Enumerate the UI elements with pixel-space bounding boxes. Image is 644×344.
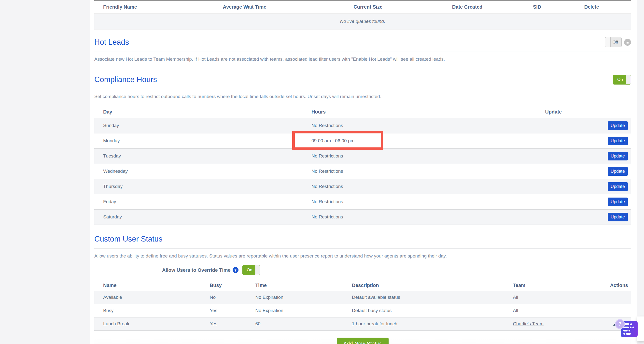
update-button[interactable]: Update [608, 167, 628, 176]
update-button[interactable]: Update [608, 152, 628, 160]
custom-user-status-title: Custom User Status [94, 235, 162, 243]
table-row-sunday: Sunday No Restrictions Update [94, 118, 631, 133]
col-team: Team [513, 280, 577, 291]
status-description: Default available status [352, 291, 513, 304]
live-queues-empty-row: No live queues found. [94, 14, 631, 29]
live-queues-header-row: Friendly Name Average Wait Time Current … [94, 1, 631, 14]
chat-notification-badge[interactable]: 7 [615, 319, 625, 329]
col-delete: Delete [572, 1, 631, 14]
toggle-handle [255, 265, 260, 275]
col-sid: SID [502, 1, 572, 14]
table-row-monday: Monday 09:00 am - 06:00 pm Update [94, 133, 631, 148]
no-queues-message: No live queues found. [94, 14, 631, 29]
compliance-hours-table: Day Hours Update Sunday No Restrictions … [94, 106, 631, 225]
hours-cell: No Restrictions [309, 118, 545, 133]
override-time-label: Allow Users to Override Time [162, 267, 231, 273]
col-description: Description [352, 280, 513, 291]
col-time: Time [255, 280, 352, 291]
col-current-size: Current Size [304, 1, 432, 14]
compliance-hours-section: Compliance Hours On Set compliance hours… [94, 74, 631, 225]
status-description: Default busy status [352, 304, 513, 317]
hours-cell: No Restrictions [309, 148, 545, 164]
lock-icon [624, 39, 631, 46]
update-button[interactable]: Update [608, 213, 628, 221]
day-cell: Friday [94, 194, 309, 209]
status-row-busy: Busy Yes No Expiration Default busy stat… [94, 304, 631, 317]
day-cell: Tuesday [94, 148, 309, 164]
status-header-row: Name Busy Time Description Team Actions [94, 280, 631, 291]
update-button[interactable]: Update [608, 182, 628, 191]
compliance-hours-description: Set compliance hours to restrict outboun… [94, 94, 631, 100]
hot-leads-toggle[interactable]: Off [605, 37, 622, 47]
compliance-hours-title: Compliance Hours [94, 75, 157, 84]
settings-page: { "live_queues": { "columns": ["Friendly… [0, 0, 644, 344]
status-time: 60 [255, 317, 352, 330]
status-busy: Yes [210, 304, 256, 317]
hot-leads-title: Hot Leads [94, 38, 129, 47]
hours-cell: No Restrictions [309, 209, 545, 225]
hours-cell-highlighted: 09:00 am - 06:00 pm [309, 133, 545, 148]
table-row-wednesday: Wednesday No Restrictions Update [94, 164, 631, 179]
status-team: All [513, 304, 577, 317]
col-busy: Busy [210, 280, 256, 291]
update-button[interactable]: Update [608, 198, 628, 206]
section-divider [94, 248, 631, 249]
status-team: All [513, 291, 577, 304]
day-cell: Wednesday [94, 164, 309, 179]
section-divider [94, 52, 631, 52]
add-status-row: Add New Status [94, 337, 631, 344]
compliance-header-row: Day Hours Update [94, 106, 631, 118]
update-button[interactable]: Update [608, 137, 628, 145]
col-date-created: Date Created [432, 1, 502, 14]
hot-leads-section: Hot Leads Off Associate new Hot Leads to… [94, 37, 631, 62]
status-busy: Yes [210, 317, 256, 330]
col-friendly-name: Friendly Name [94, 1, 186, 14]
col-day: Day [94, 106, 309, 118]
toggle-label: On [247, 268, 252, 272]
status-row-lunch-break: Lunch Break Yes 60 1 hour break for lunc… [94, 317, 631, 330]
status-row-available: Available No No Expiration Default avail… [94, 291, 631, 304]
team-link[interactable]: Charlie's Team [513, 321, 544, 326]
col-hours: Hours [309, 106, 545, 118]
col-name: Name [94, 280, 210, 291]
status-name: Busy [94, 304, 210, 317]
override-time-row: Allow Users to Override Time ? On [162, 265, 631, 275]
table-row-thursday: Thursday No Restrictions Update [94, 179, 631, 194]
section-divider [94, 89, 631, 89]
day-cell: Monday [94, 133, 309, 148]
hours-cell: No Restrictions [309, 164, 545, 179]
status-description: 1 hour break for lunch [352, 317, 513, 330]
col-actions: Actions [577, 280, 631, 291]
custom-user-status-section: Custom User Status Allow users the abili… [94, 234, 631, 344]
toggle-handle [626, 75, 631, 84]
toggle-label: Off [612, 40, 618, 45]
day-cell: Sunday [94, 118, 309, 133]
status-name: Available [94, 291, 210, 304]
update-button[interactable]: Update [608, 121, 628, 130]
col-update: Update [545, 106, 631, 118]
toggle-label: On [617, 77, 623, 82]
status-name: Lunch Break [94, 317, 210, 330]
status-busy: No [210, 291, 256, 304]
custom-status-table: Name Busy Time Description Team Actions … [94, 280, 631, 331]
hours-cell: No Restrictions [309, 194, 545, 209]
status-time: No Expiration [255, 304, 352, 317]
table-row-friday: Friday No Restrictions Update [94, 194, 631, 209]
main-content-panel: Friendly Name Average Wait Time Current … [90, 0, 637, 344]
table-row-saturday: Saturday No Restrictions Update [94, 209, 631, 225]
add-new-status-button[interactable]: Add New Status [337, 337, 389, 344]
compliance-hours-toggle[interactable]: On [613, 75, 631, 85]
table-row-tuesday: Tuesday No Restrictions Update [94, 148, 631, 164]
day-cell: Saturday [94, 209, 309, 225]
hours-cell: No Restrictions [309, 179, 545, 194]
help-icon[interactable]: ? [232, 267, 238, 273]
chat-window-corner [637, 316, 644, 341]
live-queues-table: Friendly Name Average Wait Time Current … [94, 1, 631, 30]
hot-leads-description: Associate new Hot Leads to Team Membersh… [94, 56, 631, 62]
toggle-handle [605, 37, 610, 47]
override-time-toggle[interactable]: On [242, 265, 260, 275]
col-average-wait-time: Average Wait Time [186, 1, 304, 14]
custom-user-status-description: Allow users the ability to define free a… [94, 253, 631, 259]
status-time: No Expiration [255, 291, 352, 304]
day-cell: Thursday [94, 179, 309, 194]
